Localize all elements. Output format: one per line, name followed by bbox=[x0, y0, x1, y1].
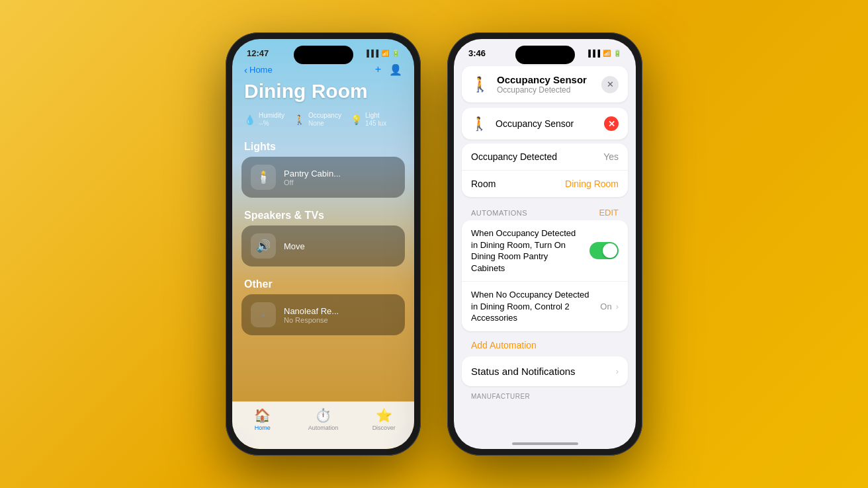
occupancy-detected-label: Occupancy Detected bbox=[471, 151, 557, 162]
light-icon: 💡 bbox=[351, 114, 362, 125]
tab-bar-left: 🏠 Home ⏱️ Automation ⭐ Discover bbox=[232, 401, 414, 449]
automation-row-2[interactable]: When No Occupancy Detected in Dining Roo… bbox=[462, 282, 628, 331]
manufacturer-label: MANUFACTURER bbox=[454, 390, 636, 401]
tab-discover[interactable]: ⭐ Discover bbox=[366, 407, 402, 431]
sensor-detail-title: Occupancy Sensor bbox=[497, 74, 593, 85]
status-notifications-label: Status and Notifications bbox=[471, 366, 576, 377]
automation-chevron-icon: › bbox=[616, 302, 619, 311]
edit-button[interactable]: EDIT bbox=[599, 208, 619, 218]
humidity-icon: 💧 bbox=[244, 114, 255, 125]
occupancy-detected-row: Occupancy Detected Yes bbox=[462, 143, 628, 171]
automation-text-1: When Occupancy Detected in Dining Room, … bbox=[471, 227, 589, 274]
room-value: Dining Room bbox=[565, 179, 619, 189]
humidity-label: Humidity bbox=[259, 112, 284, 120]
sensor-row: 💧 Humidity --% 🚶 Occupancy None 💡 Light … bbox=[232, 109, 414, 136]
status-notifications-card[interactable]: Status and Notifications › bbox=[462, 356, 628, 386]
automation-tab-label: Automation bbox=[308, 425, 339, 431]
remove-button[interactable]: ✕ bbox=[604, 116, 619, 131]
automation-row-1[interactable]: When Occupancy Detected in Dining Room, … bbox=[462, 220, 628, 282]
automation-card: When Occupancy Detected in Dining Room, … bbox=[462, 220, 628, 331]
sensor-detail-subtitle: Occupancy Detected bbox=[497, 85, 593, 95]
occupancy-sensor-item: 🚶 Occupancy None bbox=[294, 112, 341, 128]
room-row[interactable]: Room Dining Room bbox=[462, 171, 628, 197]
automations-header: AUTOMATIONS EDIT bbox=[454, 201, 636, 220]
nav-icons: + 👤 bbox=[375, 63, 402, 76]
status-notifications-row[interactable]: Status and Notifications › bbox=[462, 356, 628, 386]
tab-home[interactable]: 🏠 Home bbox=[244, 407, 281, 431]
sensor-detail-header: 🚶 Occupancy Sensor Occupancy Detected ✕ bbox=[462, 66, 628, 102]
automation-toggle-1[interactable] bbox=[589, 242, 619, 259]
dynamic-island-right bbox=[515, 46, 575, 64]
accessory-icon: 🚶 bbox=[471, 116, 488, 132]
home-indicator-right bbox=[512, 442, 578, 445]
back-chevron-icon: ‹ bbox=[244, 64, 247, 75]
back-label: Home bbox=[249, 65, 273, 75]
info-card: Occupancy Detected Yes Room Dining Room bbox=[462, 143, 628, 197]
light-value: 145 lux bbox=[365, 120, 386, 128]
nanoleaf-info: Nanoleaf Re... No Response bbox=[284, 306, 396, 324]
phone-left: 12:47 ▐▐▐ 📶 🔋 ‹ Home + 👤 Dining Room 💧 bbox=[226, 32, 421, 456]
pantry-cabinet-card[interactable]: 🕯️ Pantry Cabin... Off bbox=[241, 157, 405, 198]
nanoleaf-status: No Response bbox=[284, 316, 396, 324]
room-label: Room bbox=[471, 179, 496, 189]
sensor-detail-icon: 🚶 bbox=[471, 76, 489, 93]
humidity-value: --% bbox=[259, 120, 284, 128]
speaker-icon-box: 🔊 bbox=[251, 233, 276, 259]
occupancy-icon: 🚶 bbox=[294, 114, 305, 125]
wifi-icon: 📶 bbox=[381, 50, 389, 57]
add-automation-button[interactable]: Add Automation bbox=[471, 340, 537, 350]
tab-automation[interactable]: ⏱️ Automation bbox=[305, 407, 341, 431]
phone-left-screen: 12:47 ▐▐▐ 📶 🔋 ‹ Home + 👤 Dining Room 💧 bbox=[232, 39, 414, 449]
home-tab-icon: 🏠 bbox=[254, 407, 271, 423]
pantry-name: Pantry Cabin... bbox=[284, 169, 396, 179]
automation-text-2: When No Occupancy Detected in Dining Roo… bbox=[471, 289, 600, 324]
profile-icon[interactable]: 👤 bbox=[389, 63, 402, 76]
sensor-header-info: Occupancy Sensor Occupancy Detected bbox=[497, 74, 593, 95]
speaker-icon: 🔊 bbox=[256, 239, 271, 253]
dynamic-island-left bbox=[294, 46, 353, 64]
back-button[interactable]: ‹ Home bbox=[244, 64, 273, 75]
nanoleaf-icon: ▪ bbox=[262, 309, 265, 320]
phone-right-screen: 3:46 ▐▐▐ 📶 🔋 🚶 Occupancy Sensor Occupanc… bbox=[454, 39, 636, 449]
discover-tab-label: Discover bbox=[372, 425, 396, 431]
status-time-right: 3:46 bbox=[468, 48, 486, 58]
other-section-title: Other bbox=[232, 273, 414, 294]
discover-tab-icon: ⭐ bbox=[376, 407, 392, 423]
battery-icon-right: 🔋 bbox=[613, 50, 621, 57]
automations-label: AUTOMATIONS bbox=[471, 209, 527, 217]
signal-icon-right: ▐▐▐ bbox=[586, 50, 600, 57]
add-automation-container: Add Automation bbox=[454, 335, 636, 356]
nanoleaf-name: Nanoleaf Re... bbox=[284, 306, 396, 316]
light-label: Light bbox=[365, 112, 386, 120]
humidity-sensor: 💧 Humidity --% bbox=[244, 112, 284, 128]
toggle-off-label: On bbox=[600, 302, 611, 311]
room-title: Dining Room bbox=[232, 79, 414, 109]
battery-icon: 🔋 bbox=[392, 50, 400, 57]
status-icons-right: ▐▐▐ 📶 🔋 bbox=[586, 50, 621, 57]
status-chevron-icon: › bbox=[616, 366, 619, 376]
status-time-left: 12:47 bbox=[247, 48, 269, 58]
add-icon[interactable]: + bbox=[375, 63, 381, 76]
nanoleaf-card[interactable]: ▪ Nanoleaf Re... No Response bbox=[241, 294, 405, 335]
close-button[interactable]: ✕ bbox=[601, 76, 619, 93]
lights-section-title: Lights bbox=[232, 136, 414, 157]
toggle-off-row: On › bbox=[600, 302, 619, 311]
pantry-status: Off bbox=[284, 179, 396, 186]
phone-right: 3:46 ▐▐▐ 📶 🔋 🚶 Occupancy Sensor Occupanc… bbox=[447, 32, 642, 456]
accessory-name: Occupancy Sensor bbox=[496, 118, 596, 129]
occupancy-label: Occupancy bbox=[308, 112, 341, 120]
candle-icon: 🕯️ bbox=[256, 170, 271, 184]
speakers-section-title: Speakers & TVs bbox=[232, 204, 414, 225]
occupancy-detected-value: Yes bbox=[603, 151, 619, 162]
move-info: Move bbox=[284, 241, 396, 251]
signal-icon: ▐▐▐ bbox=[365, 50, 378, 57]
nanoleaf-icon-box: ▪ bbox=[251, 302, 276, 327]
status-icons-left: ▐▐▐ 📶 🔋 bbox=[365, 50, 400, 57]
light-sensor-item: 💡 Light 145 lux bbox=[351, 112, 386, 128]
pantry-info: Pantry Cabin... Off bbox=[284, 169, 396, 186]
pantry-icon-box: 🕯️ bbox=[251, 165, 276, 190]
automation-tab-icon: ⏱️ bbox=[315, 407, 331, 423]
wifi-icon-right: 📶 bbox=[603, 50, 611, 57]
move-card[interactable]: 🔊 Move bbox=[241, 225, 405, 266]
accessory-card[interactable]: 🚶 Occupancy Sensor ✕ bbox=[462, 108, 628, 140]
